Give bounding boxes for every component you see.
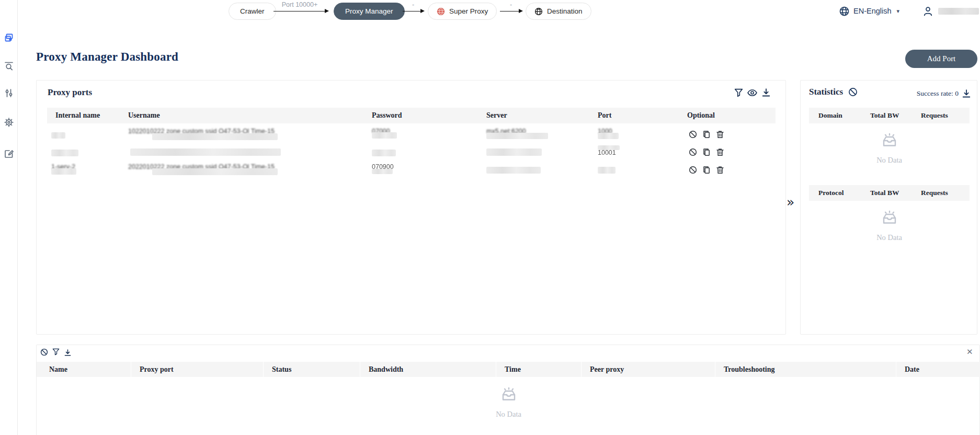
statistics-title: Statistics — [809, 87, 843, 97]
flow-arrow-1 — [274, 11, 328, 12]
protocol-table-header: Protocol Total BW Requests — [809, 185, 970, 201]
trash-icon[interactable] — [716, 148, 724, 156]
redacted-text — [372, 169, 393, 174]
log-header-cell: Bandwidth — [360, 362, 496, 377]
redacted-text — [598, 167, 616, 174]
col-password: Password — [372, 111, 402, 120]
col-troubleshooting: Troubleshooting — [724, 365, 775, 374]
row-actions — [689, 166, 724, 174]
statistics-card: Statistics Success rate: 0 Domain Total … — [800, 80, 977, 335]
sidebar-form-edit-icon[interactable] — [4, 148, 14, 159]
ban-icon[interactable] — [689, 148, 697, 156]
cell-server: mx5.net:6200 — [486, 125, 580, 143]
log-header-cell: Status — [264, 362, 360, 377]
ban-icon[interactable] — [689, 166, 697, 174]
super-proxy-globe-icon — [437, 7, 445, 16]
flow-node-super-proxy: Super Proxy — [428, 3, 497, 20]
collapse-panel-icon[interactable]: » — [787, 196, 794, 209]
col-requests: Requests — [921, 111, 948, 120]
no-data-inbox-icon — [880, 210, 899, 227]
cell-port: 10001 — [598, 143, 640, 161]
flow-arrow2-label: - — [403, 1, 424, 8]
log-header-cell: Troubleshooting — [715, 362, 896, 377]
sidebar-dashboard-icon[interactable] — [4, 32, 14, 43]
copy-icon[interactable] — [702, 148, 711, 156]
ban-icon[interactable] — [689, 130, 697, 139]
redacted-text — [152, 133, 278, 140]
trash-icon[interactable] — [716, 130, 724, 139]
cell-port — [598, 161, 640, 179]
col-protocol: Protocol — [818, 189, 844, 197]
ban-icon[interactable] — [848, 87, 858, 97]
cell-internal-name: 1-serv-2 — [51, 161, 114, 179]
download-icon[interactable] — [762, 88, 770, 97]
download-icon[interactable] — [64, 349, 71, 356]
cell-server — [486, 143, 580, 161]
ban-icon[interactable] — [40, 348, 48, 356]
cell-username: 1022010222 zone custom ssid O47-53-Ol Ti… — [128, 125, 358, 143]
redacted-text — [598, 133, 619, 139]
cell-password: 070900 — [372, 161, 435, 179]
flow-node-crawler-label: Crawler — [240, 7, 265, 15]
col-domain: Domain — [818, 111, 842, 120]
flow-arrow3-label: - — [500, 1, 522, 8]
user-menu[interactable] — [922, 5, 979, 17]
download-icon[interactable] — [962, 89, 971, 98]
port-fragment: 10001 — [598, 149, 616, 156]
flow-arrow1-label: Port 10000+ — [268, 1, 332, 8]
sidebar-overview-scan-icon[interactable] — [4, 61, 14, 71]
col-proxy-port: Proxy port — [140, 365, 174, 374]
statistics-title-row: Statistics — [809, 87, 858, 97]
eye-icon[interactable] — [747, 89, 757, 97]
flow-arrow-3 — [500, 11, 522, 12]
proxy-port-row: 10001 — [47, 143, 776, 161]
no-data-inbox-icon — [499, 387, 519, 404]
col-internal-name: Internal name — [55, 111, 100, 120]
sidebar-adjustments-icon[interactable] — [4, 88, 14, 98]
cell-internal-name — [51, 143, 114, 161]
col-optional: Optional — [687, 111, 715, 120]
language-selector[interactable]: EN-English ▾ — [839, 5, 899, 17]
col-requests: Requests — [921, 189, 948, 197]
cell-server — [486, 161, 580, 179]
no-data-label: No Data — [801, 233, 978, 242]
success-rate-label: Success rate: 0 — [917, 89, 959, 98]
copy-icon[interactable] — [702, 166, 711, 174]
chevron-down-icon: ▾ — [897, 8, 900, 15]
no-data-inbox-icon — [880, 133, 899, 150]
cell-port: 1000 — [598, 125, 640, 143]
redacted-text — [51, 132, 65, 139]
flow-node-proxy-manager: Proxy Manager — [334, 3, 405, 20]
flow-arrow-2 — [403, 11, 424, 12]
log-header-cell: Time — [496, 362, 581, 377]
user-icon — [922, 6, 933, 17]
col-name: Name — [49, 365, 67, 374]
log-table-card: ✕ Name Proxy port Status Bandwidth Time … — [36, 345, 980, 435]
flow-node-destination-label: Destination — [547, 7, 583, 15]
log-header-cell: Peer proxy — [582, 362, 715, 377]
copy-icon[interactable] — [702, 130, 711, 139]
proxy-ports-title: Proxy ports — [48, 87, 92, 98]
trash-icon[interactable] — [716, 166, 724, 174]
protocol-empty-state: No Data — [801, 210, 978, 242]
language-label: EN-English — [853, 7, 892, 15]
log-header-cell: Proxy port — [131, 362, 263, 377]
log-header-cell: Name — [37, 362, 131, 377]
no-data-label: No Data — [37, 410, 980, 419]
domain-table-header: Domain Total BW Requests — [809, 108, 970, 123]
log-header-cell: Date — [896, 362, 980, 377]
add-port-button[interactable]: Add Port — [905, 50, 977, 68]
destination-globe-icon — [534, 7, 543, 16]
page-title: Proxy Manager Dashboard — [36, 50, 178, 64]
proxy-ports-card: Proxy ports Internal name Username Passw… — [36, 80, 786, 335]
proxy-port-row: 1-serv-2 2022010222 zone custom ssid O47… — [47, 161, 776, 179]
col-time: Time — [505, 365, 521, 374]
proxy-port-row: 1022010222 zone custom ssid O47-53-Ol Ti… — [47, 125, 776, 143]
redacted-text — [51, 168, 76, 175]
col-date: Date — [905, 365, 919, 374]
user-name-redacted — [938, 8, 979, 15]
sidebar-settings-icon[interactable] — [4, 117, 14, 128]
filter-icon[interactable] — [52, 348, 60, 356]
close-icon[interactable]: ✕ — [966, 347, 973, 357]
filter-icon[interactable] — [734, 88, 743, 97]
